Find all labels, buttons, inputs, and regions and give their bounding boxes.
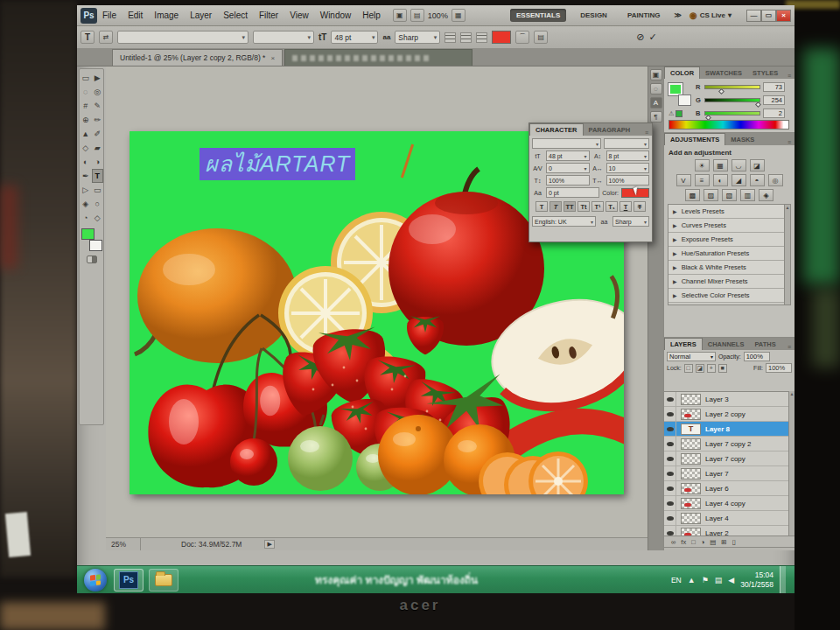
layer-row[interactable]: Layer 7 bbox=[664, 466, 789, 481]
menu-edit[interactable]: Edit bbox=[128, 10, 143, 20]
minimize-button[interactable]: — bbox=[746, 10, 761, 22]
launch-bridge-icon[interactable]: ▣ bbox=[393, 9, 407, 22]
lock-all-icon[interactable]: ■ bbox=[718, 364, 727, 373]
lock-pixels-icon[interactable]: ◪ bbox=[696, 364, 704, 373]
tab-paths[interactable]: PATHS bbox=[749, 339, 780, 350]
volume-tray-icon[interactable]: ◀ bbox=[728, 576, 734, 584]
hue-saturation-icon[interactable]: ≡ bbox=[695, 174, 710, 186]
visibility-toggle[interactable] bbox=[664, 466, 676, 480]
link-layers-icon[interactable]: ∞ bbox=[671, 538, 676, 546]
panel-menu-icon[interactable]: ≡ bbox=[788, 73, 794, 79]
scrollbar[interactable]: ▲ bbox=[788, 391, 794, 536]
char-vscale-field[interactable]: 100% bbox=[546, 175, 590, 186]
mini-bridge-icon[interactable]: ▣ bbox=[650, 69, 662, 80]
text-color-swatch[interactable] bbox=[492, 31, 511, 44]
tab-styles[interactable]: STYLES bbox=[747, 67, 783, 79]
warp-text-icon[interactable]: ⌒ bbox=[515, 31, 529, 44]
visibility-toggle[interactable] bbox=[664, 407, 676, 421]
brightness-contrast-icon[interactable]: ☀ bbox=[695, 159, 710, 172]
tool-healing-brush[interactable]: ⊕ bbox=[80, 113, 92, 127]
visibility-toggle[interactable] bbox=[664, 422, 676, 436]
tool-eyedropper[interactable]: ✎ bbox=[92, 99, 104, 113]
char-baseline-field[interactable]: 0 pt bbox=[546, 187, 599, 198]
tab-layers[interactable]: LAYERS bbox=[664, 338, 703, 350]
menu-help[interactable]: Help bbox=[362, 10, 381, 20]
tool-move[interactable]: ▶ bbox=[92, 71, 104, 85]
layer-row[interactable]: Layer 3 bbox=[664, 392, 789, 407]
cancel-edits-icon[interactable]: ⊘ bbox=[636, 32, 644, 43]
tab-color[interactable]: COLOR bbox=[664, 66, 700, 79]
layer-mask-icon[interactable]: □ bbox=[691, 538, 696, 546]
layer-effects-icon[interactable]: fx bbox=[681, 538, 686, 546]
tab-swatches[interactable]: SWATCHES bbox=[700, 67, 747, 79]
document-tab-inactive[interactable] bbox=[284, 49, 472, 66]
preset-row[interactable]: ▶Channel Mixer Presets bbox=[668, 275, 790, 289]
cs-live-button[interactable]: ◉CS Live▾ bbox=[690, 10, 732, 20]
color-spectrum-ramp[interactable] bbox=[668, 120, 789, 130]
photo-filter-icon[interactable]: ◓ bbox=[750, 174, 765, 186]
exposure-icon[interactable]: ◪ bbox=[750, 159, 765, 172]
taskbar-clock[interactable]: 15:04 30/1/2558 bbox=[740, 570, 774, 589]
history-icon[interactable]: ◌ bbox=[650, 83, 662, 94]
tool-crop[interactable]: # bbox=[80, 99, 92, 113]
layer-row[interactable]: Layer 4 bbox=[664, 511, 789, 526]
panel-menu-icon[interactable]: ≡ bbox=[645, 130, 652, 136]
char-tracking-select[interactable]: 10▾ bbox=[606, 163, 650, 173]
tool-blur[interactable]: ◐ bbox=[80, 155, 92, 169]
scrollbar[interactable]: ▲ bbox=[784, 205, 790, 304]
start-button[interactable] bbox=[84, 569, 107, 592]
tool-dodge[interactable]: ◑ bbox=[92, 155, 104, 169]
close-tab-icon[interactable]: × bbox=[270, 54, 275, 62]
menu-select[interactable]: Select bbox=[223, 10, 248, 20]
menu-view[interactable]: View bbox=[290, 10, 309, 20]
levels-icon[interactable]: ▦ bbox=[713, 159, 728, 172]
lock-position-icon[interactable]: + bbox=[707, 364, 716, 373]
tool-type[interactable]: T bbox=[92, 169, 104, 183]
scroll-up-icon[interactable]: ▲ bbox=[786, 205, 790, 210]
tool-shape[interactable]: ▭ bbox=[92, 183, 104, 197]
language-indicator[interactable]: EN bbox=[671, 576, 682, 584]
tab-channels[interactable]: CHANNELS bbox=[703, 339, 750, 350]
visibility-toggle[interactable] bbox=[664, 452, 676, 466]
flag-tray-icon[interactable]: ⚑ bbox=[702, 576, 709, 584]
visibility-toggle[interactable] bbox=[664, 511, 676, 525]
black-white-icon[interactable]: ◢ bbox=[732, 174, 746, 186]
visibility-toggle[interactable] bbox=[664, 496, 676, 510]
panel-menu-icon[interactable]: ≡ bbox=[788, 344, 794, 350]
app-zoom-level[interactable]: 100% bbox=[428, 11, 448, 20]
preset-row[interactable]: ▶Hue/Saturation Presets bbox=[668, 247, 790, 261]
tool-3d-rotate[interactable]: ◈ bbox=[80, 197, 92, 211]
threshold-icon[interactable]: ▧ bbox=[722, 189, 737, 201]
close-button[interactable]: × bbox=[776, 10, 791, 22]
channel-mixer-icon[interactable]: ◎ bbox=[768, 174, 783, 186]
preset-row[interactable]: ▶Exposure Presets bbox=[668, 233, 790, 247]
commit-edits-icon[interactable]: ✓ bbox=[649, 32, 657, 43]
g-value[interactable]: 254 bbox=[763, 95, 785, 105]
visibility-toggle[interactable] bbox=[664, 526, 676, 536]
workspace-painting[interactable]: PAINTING bbox=[621, 9, 667, 22]
tab-paragraph[interactable]: PARAGRAPH bbox=[584, 124, 636, 136]
vibrance-icon[interactable]: V bbox=[676, 174, 691, 186]
char-size-select[interactable]: 48 pt▾ bbox=[546, 150, 590, 161]
char-anti-alias-select[interactable]: Sharp▾ bbox=[612, 216, 649, 227]
align-left-icon[interactable] bbox=[444, 32, 456, 43]
char-color-swatch[interactable] bbox=[621, 188, 649, 198]
underline-button[interactable]: T bbox=[620, 201, 632, 212]
layer-row[interactable]: Layer 2 copy bbox=[664, 407, 789, 422]
language-select[interactable]: English: UK▾ bbox=[532, 216, 596, 227]
font-style-select[interactable]: ▾ bbox=[253, 31, 314, 44]
tool-history-brush[interactable]: ✐ bbox=[92, 127, 104, 141]
workspace-essentials[interactable]: ESSENTIALS bbox=[510, 9, 566, 22]
view-extras-icon[interactable]: ▤ bbox=[410, 9, 424, 22]
b-slider[interactable] bbox=[704, 111, 760, 116]
menu-filter[interactable]: Filter bbox=[259, 10, 278, 20]
invert-icon[interactable]: ▩ bbox=[685, 189, 700, 201]
tool-clone-stamp[interactable]: ▲ bbox=[80, 127, 92, 141]
char-font-style-select[interactable]: ▾ bbox=[604, 138, 649, 149]
layer-group-icon[interactable]: ▤ bbox=[710, 538, 716, 546]
network-tray-icon[interactable]: ▤ bbox=[715, 576, 723, 584]
layer-row[interactable]: Layer 7 copy 2 bbox=[664, 437, 789, 452]
show-desktop-button[interactable] bbox=[780, 566, 786, 594]
small-caps-button[interactable]: Tt bbox=[578, 201, 590, 212]
visibility-toggle[interactable] bbox=[664, 392, 676, 406]
